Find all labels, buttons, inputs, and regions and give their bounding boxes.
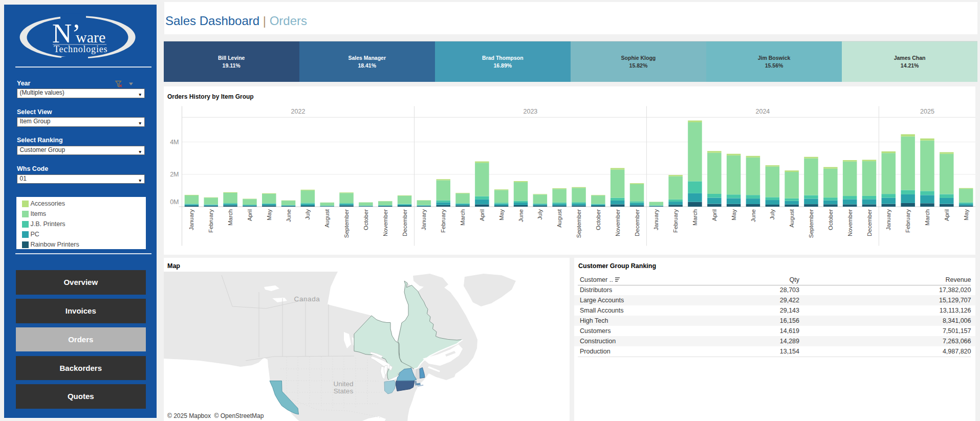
svg-text:May: May [731,209,737,220]
svg-text:June: June [518,209,524,222]
svg-text:February: February [905,209,911,233]
svg-text:July: July [304,209,311,220]
svg-text:2M: 2M [170,171,179,178]
svg-text:November: November [382,209,388,236]
svg-text:October: October [595,209,601,230]
svg-text:August: August [556,209,562,228]
svg-text:December: December [866,209,873,236]
svg-text:September: September [808,209,814,238]
svg-text:October: October [363,209,369,230]
svg-text:November: November [615,209,621,236]
svg-text:May: May [963,209,969,220]
svg-text:July: July [769,209,775,220]
svg-text:February: February [208,209,214,233]
svg-text:March: March [227,209,233,226]
svg-text:January: January [885,209,891,230]
svg-text:June: June [286,209,292,222]
svg-text:December: December [634,209,640,236]
svg-text:July: July [537,209,543,220]
svg-text:February: February [440,209,446,233]
svg-text:April: April [479,209,485,221]
svg-text:November: November [847,209,853,236]
svg-text:February: February [672,209,679,233]
svg-text:ware: ware [76,28,105,45]
svg-text:September: September [343,209,350,238]
svg-text:April: April [711,209,717,221]
svg-text:Technologies: Technologies [54,44,107,54]
svg-text:January: January [653,209,659,230]
svg-text:March: March [692,209,698,226]
svg-text:April: April [944,209,950,221]
svg-text:March: March [924,209,930,226]
svg-text:May: May [498,209,505,220]
svg-text:August: August [324,209,330,228]
svg-text:May: May [266,209,272,220]
svg-text:March: March [460,209,466,226]
svg-text:0M: 0M [170,198,179,206]
svg-text:States: States [334,387,354,395]
svg-text:October: October [827,209,834,230]
svg-text:August: August [789,209,795,228]
svg-text:United: United [333,380,353,388]
svg-text:January: January [421,209,427,230]
svg-text:June: June [750,209,756,222]
svg-text:4M: 4M [170,139,179,146]
svg-text:December: December [402,209,408,236]
svg-text:April: April [247,209,253,221]
svg-text:January: January [188,209,194,230]
svg-text:September: September [576,209,582,238]
svg-text:2025: 2025 [920,108,934,115]
svg-text:2022: 2022 [291,108,306,115]
svg-text:2024: 2024 [755,108,770,115]
svg-text:Canada: Canada [294,295,320,303]
svg-text:2023: 2023 [523,108,537,115]
